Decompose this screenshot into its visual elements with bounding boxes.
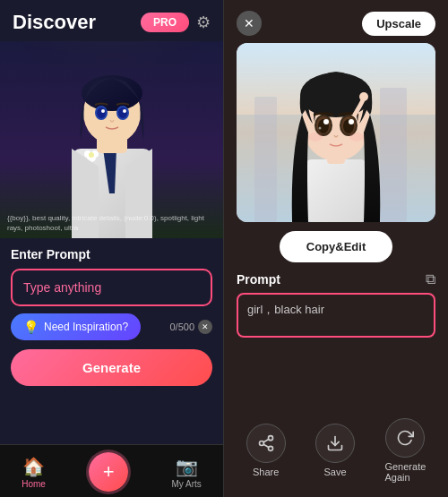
anime-girl-image [237, 43, 435, 222]
generate-button[interactable]: Generate [11, 349, 212, 386]
hero-image-bg [0, 41, 223, 238]
svg-point-34 [308, 133, 323, 141]
svg-point-14 [118, 107, 127, 118]
svg-rect-21 [305, 159, 367, 222]
right-image-container [237, 43, 435, 222]
refresh-icon [385, 418, 425, 458]
svg-point-33 [319, 127, 322, 130]
svg-line-41 [263, 439, 269, 441]
pro-button[interactable]: PRO [141, 13, 189, 32]
right-header: ✕ Upscale [224, 0, 448, 43]
discover-title: Discover [13, 11, 96, 34]
image-caption: {{boy}}, best quality, intricate details… [7, 214, 216, 233]
left-bottom: Enter Prompt Type anything 💡 Need Inspir… [0, 238, 223, 444]
save-action[interactable]: Save [315, 424, 355, 477]
share-action[interactable]: Share [246, 424, 286, 477]
inspiration-row: 💡 Need Inspiration? 0/500 ✕ [11, 313, 212, 340]
svg-point-16 [123, 109, 126, 113]
left-panel: Discover PRO ⚙ [0, 0, 223, 497]
copy-icon[interactable]: ⧉ [426, 271, 435, 287]
svg-point-7 [89, 152, 94, 158]
svg-point-10 [82, 75, 142, 111]
inspiration-label: Need Inspiration? [44, 321, 128, 333]
nav-my-arts[interactable]: 📷 My Arts [171, 456, 201, 489]
left-header: Discover PRO ⚙ [0, 0, 223, 41]
header-right: PRO ⚙ [141, 13, 211, 32]
right-panel: ✕ Upscale [224, 0, 448, 497]
svg-rect-20 [254, 97, 277, 222]
enter-prompt-label: Enter Prompt [11, 247, 212, 261]
my-arts-label: My Arts [171, 479, 201, 489]
generate-again-label: GenerateAgain [384, 461, 426, 483]
right-bottom-actions: Share Save GenerateAgain [224, 407, 448, 497]
copy-edit-button[interactable]: Copy&Edit [280, 231, 392, 262]
share-label: Share [253, 467, 279, 477]
save-icon [315, 424, 355, 463]
svg-point-15 [101, 109, 105, 113]
nav-home[interactable]: 🏠 Home [22, 456, 46, 489]
svg-point-32 [349, 119, 354, 124]
svg-point-35 [349, 133, 364, 141]
svg-point-13 [97, 107, 106, 118]
inspiration-button[interactable]: 💡 Need Inspiration? [11, 313, 141, 340]
clear-input-button[interactable]: ✕ [198, 320, 212, 334]
svg-line-40 [263, 444, 269, 447]
char-count: 0/500 ✕ [169, 320, 212, 334]
prompt-section-label: Prompt [237, 272, 280, 287]
bottom-nav: 🏠 Home + 📷 My Arts [0, 444, 223, 497]
prompt-input-text: Type anything [23, 280, 101, 295]
generate-again-action[interactable]: GenerateAgain [384, 418, 426, 483]
settings-icon[interactable]: ⚙ [196, 13, 211, 32]
svg-point-31 [323, 119, 329, 124]
prompt-section: Prompt ⧉ girl，black hair [224, 271, 448, 407]
prompt-input-wrapper[interactable]: Type anything [11, 269, 212, 306]
share-icon [246, 424, 286, 463]
hero-image-container: {{boy}}, best quality, intricate details… [0, 41, 223, 238]
add-button[interactable]: + [89, 452, 128, 492]
anime-character-image [0, 41, 223, 238]
bulb-icon: 💡 [23, 320, 39, 334]
prompt-text-box[interactable]: girl，black hair [237, 293, 435, 338]
home-label: Home [22, 479, 46, 489]
close-button[interactable]: ✕ [237, 11, 262, 36]
upscale-button[interactable]: Upscale [362, 12, 435, 36]
prompt-section-header: Prompt ⧉ [237, 271, 435, 287]
camera-icon: 📷 [176, 456, 198, 477]
save-label: Save [324, 467, 347, 477]
home-icon: 🏠 [22, 456, 45, 477]
svg-point-36 [359, 92, 368, 101]
svg-rect-19 [380, 88, 407, 222]
char-count-value: 0/500 [169, 321, 194, 332]
